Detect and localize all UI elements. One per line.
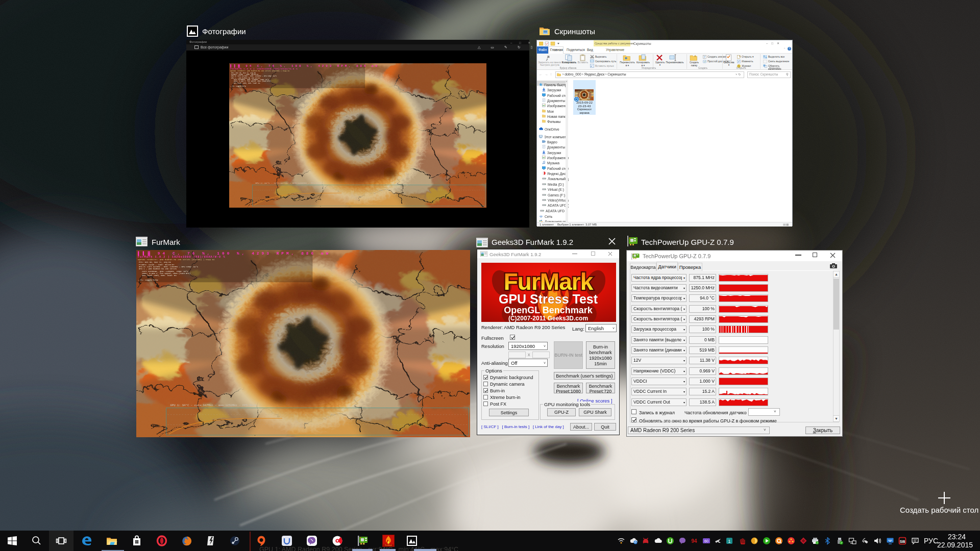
svg-text:60: 60	[704, 539, 708, 543]
svg-text:1: 1	[728, 539, 730, 544]
svg-text:GPU Stress Test: GPU Stress Test	[499, 292, 598, 306]
svg-text:FurMark: FurMark	[504, 268, 594, 295]
svg-text:OpenGL Benchmark: OpenGL Benchmark	[504, 305, 593, 315]
svg-text:(C)2007-2011 Geeks3D.com: (C)2007-2011 Geeks3D.com	[508, 315, 588, 322]
svg-text:SB: SB	[899, 539, 905, 544]
svg-text:FurMark: FurMark	[385, 544, 392, 546]
svg-text:94: 94	[691, 538, 697, 544]
